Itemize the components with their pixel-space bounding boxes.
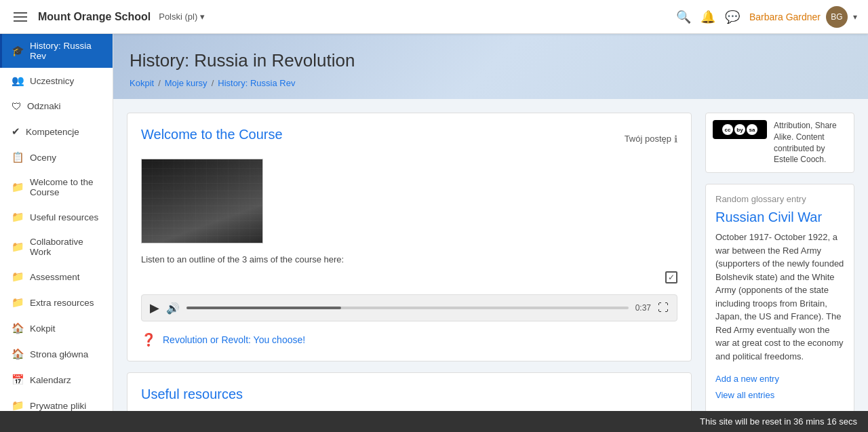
glossary-links: Add a new entry View all entries	[715, 371, 844, 403]
sidebar-item-kalendarz[interactable]: 📅 Kalendarz	[0, 367, 113, 393]
audio-progress-bar[interactable]	[186, 307, 629, 309]
fullscreen-icon[interactable]: ⛶	[658, 302, 669, 314]
sidebar-item-odznaki[interactable]: 🛡 Odznaki	[0, 94, 113, 119]
sidebar: 🎓 History: Russia Rev 👥 Uczestnicy 🛡 Odz…	[0, 34, 113, 432]
folder-icon: 📁	[12, 399, 24, 412]
content-area: Welcome to the Course Twój postęp ℹ List…	[127, 113, 854, 432]
play-button[interactable]: ▶	[150, 300, 159, 315]
glossary-definition: October 1917- October 1922, a war betwee…	[715, 231, 844, 363]
home-icon: 🏠	[12, 348, 24, 360]
sidebar-item-history-russia-rev[interactable]: 🎓 History: Russia Rev	[0, 34, 113, 68]
search-icon[interactable]: 🔍	[676, 9, 691, 24]
listen-text: Listen to an outline of the 3 aims of th…	[141, 254, 677, 264]
page-title: History: Russia in Revolution	[130, 50, 852, 71]
sidebar-item-kompetencje[interactable]: ✔ Kompetencje	[0, 119, 113, 144]
breadcrumb-moje-kursy[interactable]: Moje kursy	[165, 78, 208, 88]
sidebar-item-oceny[interactable]: 📋 Oceny	[0, 144, 113, 170]
breadcrumb-kokpit[interactable]: Kokpit	[130, 78, 154, 88]
info-icon: ℹ	[674, 134, 677, 144]
useful-resources-title: Useful resources	[141, 387, 677, 402]
folder-icon: 📁	[12, 241, 24, 253]
sidebar-item-extra-resources[interactable]: 📁 Extra resources	[0, 290, 113, 315]
sidebar-item-assessment[interactable]: 📁 Assessment	[0, 264, 113, 290]
user-name: Barbara Gardner	[749, 12, 821, 22]
messages-icon[interactable]: 💬	[725, 9, 740, 24]
reset-notice: This site will be reset in 36 mins 16 se…	[700, 416, 857, 427]
notification-icon[interactable]: 🔔	[701, 9, 715, 24]
activity-icon: ❓	[141, 332, 156, 347]
navbar: Mount Orange School Polski (pl) ▾ 🔍 🔔 💬 …	[0, 0, 868, 34]
random-glossary-label: Random glossary entry	[715, 194, 844, 204]
folder-icon: 📁	[12, 211, 24, 223]
audio-time: 0:37	[635, 303, 651, 313]
school-name: Mount Orange School	[38, 11, 151, 23]
welcome-title: Welcome to the Course	[141, 127, 283, 142]
add-glossary-entry-link[interactable]: Add a new entry	[715, 371, 844, 387]
sidebar-item-collaborative-work[interactable]: 📁 Collaborative Work	[0, 230, 113, 264]
right-sidebar: cc by sa Attribution, Share Alike. Conte…	[705, 113, 854, 432]
badge-icon: 🛡	[12, 100, 22, 112]
sidebar-item-kokpit[interactable]: 🏠 Kokpit	[0, 315, 113, 341]
user-chevron-icon: ▾	[853, 12, 857, 22]
activity-link-text[interactable]: Revolution or Revolt: You choose!	[163, 334, 305, 345]
folder-icon: 📁	[12, 296, 24, 309]
license-box: cc by sa Attribution, Share Alike. Conte…	[705, 113, 854, 173]
course-icon: 🎓	[12, 45, 24, 57]
folder-icon: 📁	[12, 181, 24, 193]
sidebar-item-strona-glowna[interactable]: 🏠 Strona główna	[0, 341, 113, 367]
participants-icon: 👥	[12, 75, 24, 87]
main-column: Welcome to the Course Twój postęp ℹ List…	[127, 113, 692, 432]
competency-icon: ✔	[12, 125, 20, 138]
main-content: History: Russia in Revolution Kokpit / M…	[113, 34, 868, 432]
user-menu[interactable]: Barbara Gardner BG ▾	[749, 6, 857, 28]
folder-icon: 📁	[12, 271, 24, 283]
audio-player: ▶ 🔊 0:37 ⛶	[141, 294, 677, 321]
glossary-card: Random glossary entry Russian Civil War …	[705, 184, 854, 413]
sidebar-item-useful-resources[interactable]: 📁 Useful resources	[0, 204, 113, 230]
sidebar-item-welcome-course[interactable]: 📁 Welcome to the Course	[0, 170, 113, 204]
calendar-icon: 📅	[12, 374, 24, 386]
glossary-term: Russian Civil War	[715, 210, 844, 225]
view-all-entries-link[interactable]: View all entries	[715, 387, 844, 403]
cc-badge: cc by sa	[713, 120, 767, 139]
welcome-section: Welcome to the Course Twój postęp ℹ List…	[127, 113, 692, 361]
hamburger-menu[interactable]	[11, 9, 30, 24]
progress-label: Twój postęp ℹ	[625, 134, 677, 144]
sidebar-item-uczestnicy[interactable]: 👥 Uczestnicy	[0, 68, 113, 94]
audio-progress-fill	[186, 307, 341, 309]
activity-link: ❓ Revolution or Revolt: You choose!	[141, 332, 677, 347]
completion-checkbox[interactable]: ✓	[665, 271, 677, 283]
license-text: Attribution, Share Alike. Content contri…	[774, 120, 847, 165]
language-selector[interactable]: Polski (pl) ▾	[159, 12, 205, 22]
grades-icon: 📋	[12, 151, 24, 163]
layout: 🎓 History: Russia Rev 👥 Uczestnicy 🛡 Odz…	[0, 34, 868, 432]
page-header: History: Russia in Revolution Kokpit / M…	[113, 34, 868, 99]
home-icon: 🏠	[12, 322, 24, 334]
course-image	[141, 159, 263, 243]
breadcrumb-current: History: Russia Rev	[218, 78, 295, 88]
avatar: BG	[826, 6, 848, 28]
bottom-bar: This site will be reset in 36 mins 16 se…	[0, 411, 868, 432]
breadcrumb: Kokpit / Moje kursy / History: Russia Re…	[130, 78, 852, 88]
volume-icon[interactable]: 🔊	[166, 302, 180, 315]
